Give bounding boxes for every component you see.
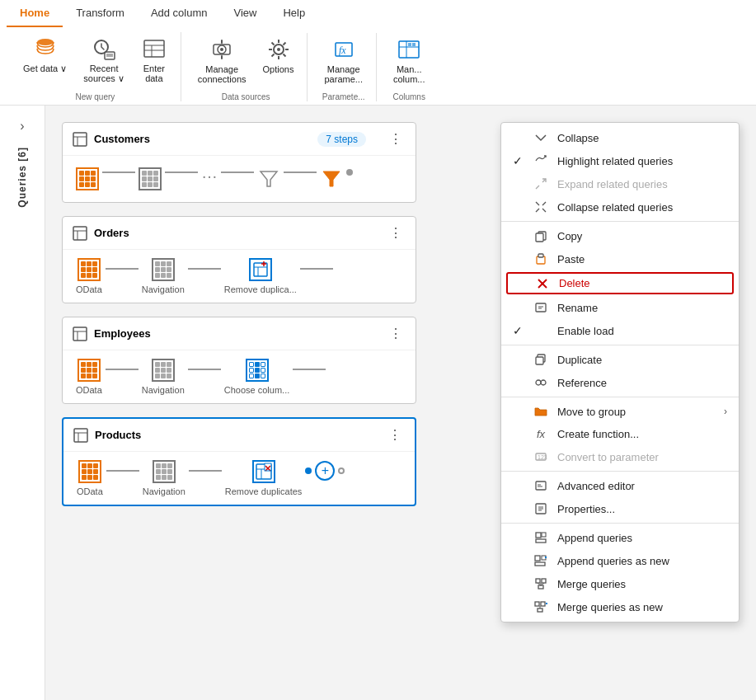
ctx-delete[interactable]: Delete — [506, 272, 734, 294]
new-query-label: New query — [76, 92, 115, 101]
employees-node-3: Choose colum... — [224, 359, 289, 395]
copy-icon — [533, 229, 549, 242]
orders-more-button[interactable]: ⋮ — [386, 223, 406, 242]
svg-line-24 — [271, 54, 274, 57]
ctx-enable-load[interactable]: ✓ Enable load — [501, 319, 739, 342]
customers-end-dot — [346, 169, 353, 176]
products-more-button[interactable]: ⋮ — [385, 425, 405, 444]
recent-sources-button[interactable]: Recentsources ∨ — [77, 32, 131, 87]
main-area: › Queries [6] Customers 7 steps ⋮ — [0, 106, 756, 700]
orders-node-2: Navigation — [142, 258, 185, 294]
query-header-employees: Employees ⋮ — [63, 317, 416, 350]
ctx-delete-label: Delete — [559, 277, 725, 289]
ctx-copy[interactable]: Copy — [501, 224, 739, 247]
ctx-highlight-check: ✓ — [513, 154, 524, 167]
add-step-button[interactable]: + — [315, 461, 335, 481]
ctx-append-queries-new[interactable]: Append queries as new — [501, 549, 739, 572]
employees-connector-2 — [188, 369, 221, 370]
enter-data-button[interactable]: Enterdata — [134, 32, 174, 87]
sep-2 — [501, 345, 739, 345]
sep-5 — [501, 523, 739, 524]
svg-point-70 — [541, 380, 546, 385]
products-connector-1 — [106, 470, 139, 472]
ctx-collapse-related[interactable]: Collapse related queries — [501, 195, 739, 218]
tab-help[interactable]: Help — [270, 0, 318, 27]
sep-3 — [501, 397, 739, 397]
employees-title: Employees — [94, 327, 151, 340]
svg-rect-40 — [254, 263, 267, 276]
ctx-create-function[interactable]: fx Create function... — [501, 423, 739, 445]
svg-point-0 — [37, 39, 54, 45]
customers-icon-1 — [76, 167, 99, 190]
employees-icon-1 — [77, 359, 101, 382]
ribbon-group-columns: Man...colum... Columns — [380, 33, 439, 101]
customers-connector-2 — [165, 171, 198, 173]
ctx-properties-label: Properties... — [557, 503, 727, 515]
ctx-move-to-group-label: Move to group — [557, 406, 716, 418]
svg-line-21 — [271, 43, 274, 45]
table-icon-orders — [73, 226, 87, 241]
customers-connector-1 — [102, 171, 135, 173]
sidebar: › Queries [6] — [0, 106, 45, 700]
data-sources-label: Data sources — [222, 92, 270, 101]
svg-rect-61 — [538, 254, 543, 257]
manage-columns-button[interactable]: Man...colum... — [387, 33, 432, 87]
customers-node-5 — [320, 167, 343, 190]
orders-connector-3 — [300, 268, 333, 270]
sidebar-toggle[interactable]: › — [15, 114, 29, 139]
ctx-duplicate[interactable]: Duplicate — [501, 348, 739, 371]
ctx-properties[interactable]: Properties... — [501, 497, 739, 520]
svg-rect-48 — [74, 429, 87, 442]
options-button[interactable]: Options — [256, 33, 301, 87]
ctx-move-to-group[interactable]: Move to group › — [501, 400, 739, 423]
products-node-3: Remove duplicates — [225, 460, 303, 496]
ribbon-group-parameters: fx Manageparame... Paramete... — [311, 33, 376, 101]
ctx-convert-param: 123 Convert to parameter — [501, 445, 739, 468]
ctx-merge-queries[interactable]: Merge queries — [501, 572, 739, 595]
ctx-rename[interactable]: Rename — [501, 296, 739, 319]
query-title-customers: Customers — [73, 132, 150, 147]
orders-icon-2 — [152, 258, 175, 281]
customers-connector-4 — [284, 171, 317, 173]
svg-point-69 — [536, 380, 541, 385]
svg-rect-37 — [73, 227, 87, 240]
tab-add-column[interactable]: Add column — [138, 0, 221, 27]
orders-connector-2 — [188, 268, 221, 270]
ctx-paste[interactable]: Paste — [501, 247, 739, 270]
ctx-reference[interactable]: Reference — [501, 371, 739, 394]
employees-connector-1 — [106, 369, 139, 370]
ctx-highlight-related[interactable]: ✓ Highlight related queries — [501, 149, 739, 172]
ctx-enable-load-label: Enable load — [557, 325, 727, 337]
svg-rect-74 — [536, 482, 546, 490]
svg-rect-86 — [535, 562, 545, 566]
ctx-advanced-editor[interactable]: Advanced editor — [501, 474, 739, 497]
ctx-expand-related: Expand related queries — [501, 172, 739, 195]
products-icon-3 — [252, 460, 275, 483]
tab-home[interactable]: Home — [7, 0, 63, 27]
properties-icon — [533, 502, 549, 515]
orders-connector-1 — [106, 268, 139, 270]
get-data-button[interactable]: Get data ∨ — [16, 32, 73, 87]
ctx-merge-queries-new[interactable]: Merge queries as new — [501, 595, 739, 618]
tab-view[interactable]: View — [221, 0, 270, 27]
customers-node-1 — [76, 167, 99, 190]
tab-transform[interactable]: Transform — [63, 0, 138, 27]
employees-icon-3 — [246, 359, 269, 382]
ctx-collapse[interactable]: Collapse — [501, 126, 739, 149]
manage-connections-button[interactable]: Manageconnections — [191, 33, 253, 87]
ctx-convert-label: Convert to parameter — [557, 451, 727, 463]
svg-rect-91 — [538, 585, 543, 589]
products-label-3: Remove duplicates — [225, 486, 303, 496]
products-end-dot — [305, 467, 312, 474]
ribbon: Home Transform Add column View Help — [0, 0, 756, 106]
manage-parameters-button[interactable]: fx Manageparame... — [317, 33, 369, 87]
manage-parameters-label: Manageparame... — [324, 64, 362, 84]
employees-more-button[interactable]: ⋮ — [386, 324, 406, 343]
products-output-dot — [338, 467, 345, 474]
customers-title: Customers — [94, 133, 150, 145]
ctx-append-queries[interactable]: Append queries — [501, 526, 739, 549]
products-label-2: Navigation — [143, 486, 185, 496]
customers-more-button[interactable]: ⋮ — [386, 129, 406, 148]
customers-steps: 7 steps — [317, 132, 366, 147]
employees-node-2: Navigation — [142, 359, 185, 395]
